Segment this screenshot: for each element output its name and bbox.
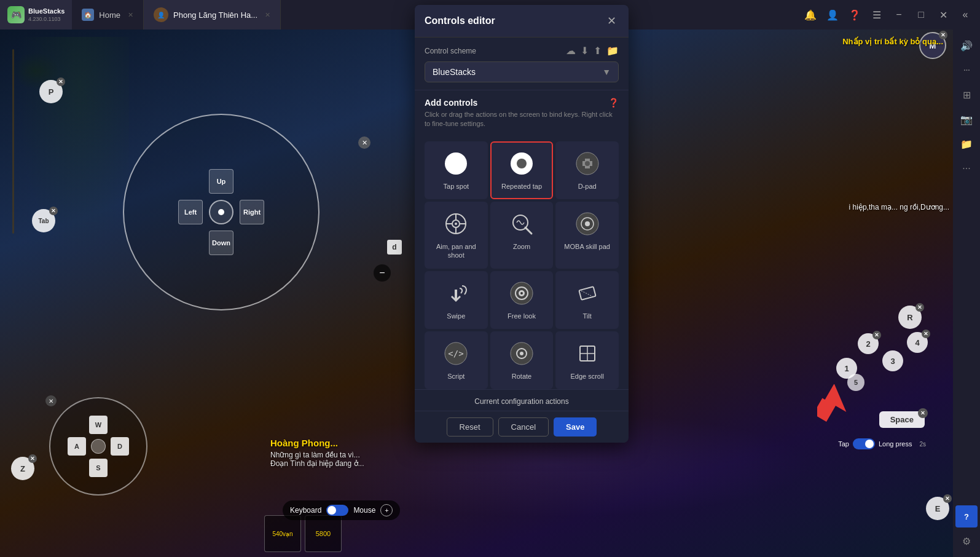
large-circle-close[interactable]: ✕	[358, 136, 370, 149]
control-tilt[interactable]: Tilt	[555, 271, 619, 329]
account-icon[interactable]: 👤	[823, 5, 842, 25]
control-tap-spot[interactable]: Tap spot	[425, 141, 488, 199]
large-joystick-area[interactable]: Up Down Left Right	[123, 114, 319, 310]
zoom-label: Zoom	[513, 242, 530, 251]
control-d-pad[interactable]: D-pad	[555, 141, 619, 199]
back-icon[interactable]: «	[955, 5, 975, 25]
help-badge[interactable]: ?	[955, 505, 978, 527]
tap-label: Tap	[838, 440, 849, 448]
inventory-item-1[interactable]: 540vạn	[264, 515, 301, 552]
menu-icon[interactable]: ☰	[867, 5, 887, 25]
control-moba[interactable]: MOBA skill pad	[555, 202, 619, 269]
key-badge-2[interactable]: 2 ✕	[858, 333, 879, 354]
control-swipe[interactable]: Swipe	[425, 271, 488, 329]
notification-icon[interactable]: 🔔	[801, 5, 820, 25]
svg-point-4	[585, 161, 590, 166]
key-p-close[interactable]: ✕	[57, 77, 65, 86]
key-w[interactable]: W	[89, 416, 108, 434]
key-badge-e[interactable]: E ✕	[926, 497, 949, 520]
calendar-icon[interactable]: ⊞	[955, 84, 978, 106]
svg-point-11	[455, 223, 457, 225]
scheme-download-icon[interactable]: ⬇	[581, 45, 589, 57]
keyboard-toggle[interactable]	[326, 505, 348, 516]
key-tab-close[interactable]: ✕	[49, 207, 58, 215]
wasd-container: W S A D	[68, 416, 129, 477]
sj-center	[91, 439, 106, 454]
dpad-left[interactable]: Left	[178, 200, 203, 224]
folder-icon[interactable]: 📁	[955, 133, 978, 155]
key-e-close[interactable]: ✕	[943, 494, 952, 503]
volume-icon[interactable]: 🔊	[955, 34, 978, 57]
mouse-plus-icon[interactable]: +	[380, 504, 393, 516]
close-icon[interactable]: ✕	[933, 5, 953, 25]
dropdown-arrow-icon: ▼	[602, 67, 611, 77]
control-zoom[interactable]: Zoom	[490, 202, 554, 269]
rotate-icon	[508, 340, 535, 367]
svg-rect-21	[579, 286, 595, 300]
scheme-upload-icon[interactable]: ⬆	[594, 45, 602, 57]
control-edge-scroll[interactable]: Edge scroll	[555, 331, 619, 389]
key-z-close[interactable]: ✕	[28, 454, 37, 463]
dpad-down[interactable]: Down	[209, 231, 233, 255]
dpad-up[interactable]: Up	[209, 169, 233, 194]
zoom-button[interactable]: −	[374, 264, 391, 282]
keyboard-mouse-bar: Keyboard Mouse +	[283, 500, 400, 520]
key-badge-r[interactable]: R ✕	[898, 306, 922, 329]
key-badge-3[interactable]: 3	[882, 350, 903, 371]
svg-line-13	[525, 227, 531, 234]
minimize-icon[interactable]: −	[889, 5, 909, 25]
key-d[interactable]: D	[111, 437, 129, 456]
top-right-label: Nhấp vị trí bất kỳ bỏ qua...	[842, 37, 943, 46]
small-joystick-close[interactable]: ✕	[45, 395, 57, 406]
reset-button[interactable]: Reset	[447, 417, 493, 437]
game-desc: Những gì ta làm đều ta vì... Đoạn Tình đ…	[270, 451, 364, 468]
key-badge-p[interactable]: P ✕	[39, 80, 63, 103]
home-icon: 🏠	[82, 9, 94, 21]
control-rotate[interactable]: Rotate	[490, 331, 554, 389]
inventory-bar: 540vạn 5800	[264, 515, 342, 552]
inventory-item-2[interactable]: 5800	[305, 515, 342, 552]
long-press-label: Long press	[879, 440, 912, 448]
scheme-folder-icon[interactable]: 📁	[606, 45, 619, 57]
key-a[interactable]: A	[68, 437, 86, 456]
dpad-center: Up Down Left Right	[178, 169, 264, 255]
editor-close-button[interactable]: ✕	[604, 14, 619, 28]
more-icon[interactable]: ···	[955, 157, 978, 180]
key-badge-tab[interactable]: Tab ✕	[32, 209, 55, 232]
key-badge-4[interactable]: 4 ✕	[907, 332, 928, 353]
tap-toggle[interactable]	[853, 438, 875, 449]
num4-close[interactable]: ✕	[922, 330, 930, 338]
small-joystick[interactable]: W S A D	[49, 397, 147, 496]
scheme-dropdown[interactable]: BlueStacks ▼	[425, 61, 619, 82]
maximize-icon[interactable]: □	[911, 5, 931, 25]
help-icon[interactable]: ❓	[845, 5, 864, 25]
key-badge-z[interactable]: Z ✕	[11, 457, 34, 480]
control-free-look[interactable]: Free look	[490, 271, 554, 329]
game-tab-close[interactable]: ✕	[265, 11, 270, 19]
dpad-container: Up Down Left Right	[178, 169, 264, 255]
scheme-cloud-icon[interactable]: ☁	[566, 45, 576, 57]
num2-close[interactable]: ✕	[872, 331, 881, 339]
scheme-action-icons: ☁ ⬇ ⬆ 📁	[566, 45, 619, 57]
key-r-close[interactable]: ✕	[915, 303, 924, 312]
control-aim-pan-shoot[interactable]: Aim, pan and shoot	[425, 202, 488, 269]
cancel-button[interactable]: Cancel	[498, 417, 549, 437]
game-avatar: 👤	[154, 7, 168, 22]
control-script[interactable]: </> Script	[425, 331, 488, 389]
settings-icon[interactable]: ⚙	[955, 530, 978, 552]
home-tab-close[interactable]: ✕	[128, 11, 133, 19]
bluestacks-logo[interactable]: 🎮 BlueStacks 4.230.0.1103	[0, 0, 72, 30]
add-controls-help-icon[interactable]: ❓	[608, 98, 619, 108]
dots-icon[interactable]: ···	[955, 59, 978, 81]
dpad-right[interactable]: Right	[240, 200, 264, 224]
key-badge-d-overlay[interactable]: d	[387, 240, 402, 255]
key-s[interactable]: S	[89, 459, 108, 477]
tab-home[interactable]: 🏠 Home ✕	[72, 0, 144, 30]
space-close[interactable]: ✕	[918, 408, 928, 418]
aim-pan-shoot-label: Aim, pan and shoot	[431, 242, 482, 260]
control-repeated-tap[interactable]: Repeated tap	[490, 141, 554, 199]
tab-game[interactable]: 👤 Phong Lãng Thiên Ha... ✕	[144, 0, 281, 30]
save-button[interactable]: Save	[554, 417, 597, 437]
camera-icon[interactable]: 📷	[955, 108, 978, 130]
space-key[interactable]: Space ✕	[879, 411, 925, 428]
